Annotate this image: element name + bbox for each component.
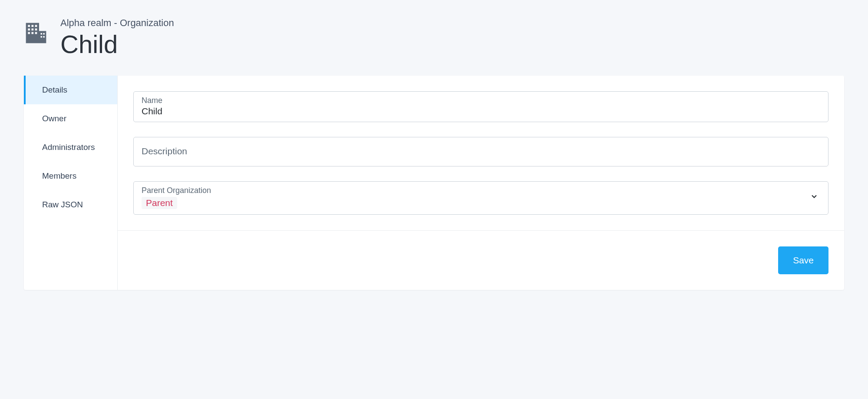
building-icon [24, 21, 48, 45]
name-input[interactable] [142, 106, 820, 116]
svg-rect-11 [41, 33, 43, 35]
description-field-wrapper[interactable]: Description [133, 137, 828, 166]
footer-actions: Save [118, 230, 844, 290]
parent-org-chip[interactable]: Parent [142, 197, 177, 209]
header-text: Alpha realm - Organization Child [60, 17, 174, 58]
svg-rect-3 [32, 25, 34, 27]
svg-rect-8 [28, 32, 30, 34]
svg-rect-7 [35, 29, 37, 31]
sidebar-item-administrators[interactable]: Administrators [24, 133, 117, 162]
breadcrumb: Alpha realm - Organization [60, 17, 174, 29]
page-title: Child [60, 30, 174, 58]
main-panel: Details Owner Administrators Members Raw… [24, 76, 844, 290]
page-header: Alpha realm - Organization Child [24, 17, 844, 58]
sidebar-item-members[interactable]: Members [24, 162, 117, 190]
sidebar: Details Owner Administrators Members Raw… [24, 76, 118, 290]
svg-rect-2 [28, 25, 30, 27]
parent-org-label: Parent Organization [142, 186, 811, 195]
content-area: Name Description Parent Organization Par… [118, 76, 844, 290]
svg-rect-9 [32, 32, 34, 34]
sidebar-item-raw-json[interactable]: Raw JSON [24, 190, 117, 219]
name-label: Name [142, 96, 820, 105]
sidebar-item-owner[interactable]: Owner [24, 104, 117, 133]
form-area: Name Description Parent Organization Par… [118, 76, 844, 230]
svg-rect-10 [35, 32, 37, 34]
parent-org-field-wrapper[interactable]: Parent Organization Parent [133, 181, 828, 215]
svg-rect-5 [28, 29, 30, 31]
svg-rect-14 [43, 36, 45, 38]
sidebar-item-details[interactable]: Details [24, 76, 117, 104]
svg-rect-12 [43, 33, 45, 35]
save-button[interactable]: Save [778, 246, 828, 274]
svg-rect-13 [41, 36, 43, 38]
name-field-wrapper[interactable]: Name [133, 91, 828, 122]
svg-rect-6 [32, 29, 34, 31]
svg-rect-4 [35, 25, 37, 27]
chevron-down-icon[interactable] [811, 193, 820, 202]
description-label: Description [142, 142, 820, 161]
svg-rect-1 [39, 31, 46, 43]
